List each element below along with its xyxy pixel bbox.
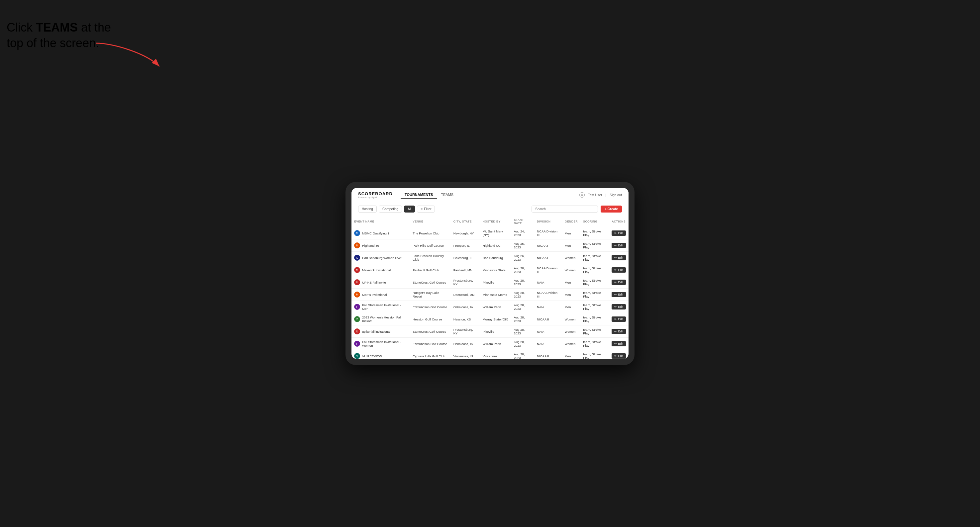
- nav-links: TOURNAMENTS TEAMS: [401, 191, 457, 198]
- edit-button[interactable]: ✏ Edit: [612, 267, 626, 273]
- col-city-state: CITY, STATE: [451, 216, 480, 227]
- cell-gender: Men: [562, 240, 581, 252]
- table-row: C Carl Sandburg Women FA23 Lake Bracken …: [352, 252, 628, 264]
- username: Test User: [588, 193, 602, 197]
- cell-venue: Edmundson Golf Course: [410, 338, 450, 350]
- tablet-screen: SCOREBOARD Powered by clippit TOURNAMENT…: [352, 188, 628, 359]
- cell-hosted-by: Vincennes: [480, 350, 511, 359]
- nav-teams[interactable]: TEAMS: [437, 191, 457, 198]
- cell-scoring: team, Stroke Play: [581, 338, 609, 350]
- cell-gender: Women: [562, 338, 581, 350]
- cell-division: NCAA Division II: [534, 264, 562, 276]
- cell-hosted-by: Pikeville: [480, 325, 511, 338]
- event-name-text: UPIKE Fall Invite: [362, 281, 386, 284]
- tab-competing[interactable]: Competing: [379, 206, 402, 213]
- table-row: U UPIKE Fall Invite StoneCrest Golf Cour…: [352, 276, 628, 289]
- tournaments-table: EVENT NAME VENUE CITY, STATE HOSTED BY S…: [352, 216, 628, 359]
- cell-start-date: Aug 28, 2023: [511, 264, 534, 276]
- edit-button[interactable]: ✏ Edit: [612, 279, 626, 285]
- tab-all[interactable]: All: [404, 206, 415, 213]
- cell-start-date: Aug 28, 2023: [511, 350, 534, 359]
- event-name-text: VU PREVIEW: [362, 354, 382, 358]
- cell-city-state: Galesburg, IL: [451, 252, 480, 264]
- cell-event-name: H Highland 36: [352, 240, 410, 252]
- cell-start-date: Aug 28, 2023: [511, 313, 534, 325]
- cell-division: NICAA II: [534, 313, 562, 325]
- edit-button[interactable]: ✏ Edit: [612, 329, 626, 334]
- event-icon: M: [354, 267, 360, 273]
- cell-scoring: team, Stroke Play: [581, 240, 609, 252]
- table-container[interactable]: EVENT NAME VENUE CITY, STATE HOSTED BY S…: [352, 216, 628, 359]
- cell-city-state: Vincennes, IN: [451, 350, 480, 359]
- cell-actions: ✏ Edit: [609, 252, 628, 264]
- cell-actions: ✏ Edit: [609, 313, 628, 325]
- cell-division: NAIA: [534, 325, 562, 338]
- cell-venue: Park Hills Golf Course: [410, 240, 450, 252]
- cell-hosted-by: Minnesota State: [480, 264, 511, 276]
- filter-button[interactable]: ≡ Filter: [417, 206, 435, 213]
- table-header: EVENT NAME VENUE CITY, STATE HOSTED BY S…: [352, 216, 628, 227]
- cell-hosted-by: Minnesota-Morris: [480, 289, 511, 301]
- cell-gender: Women: [562, 325, 581, 338]
- table-row: H Highland 36 Park Hills Golf Course Fre…: [352, 240, 628, 252]
- nav-tournaments[interactable]: TOURNAMENTS: [401, 191, 437, 198]
- cell-hosted-by: Pikeville: [480, 276, 511, 289]
- edit-icon: ✏: [614, 330, 617, 333]
- table-body: M MSMC Qualifying 1 The Powelton Club Ne…: [352, 227, 628, 359]
- edit-button[interactable]: ✏ Edit: [612, 292, 626, 297]
- tablet-frame: SCOREBOARD Powered by clippit TOURNAMENT…: [345, 182, 635, 365]
- event-icon: M: [354, 292, 360, 298]
- edit-icon: ✏: [614, 317, 617, 321]
- cell-start-date: Aug 28, 2023: [511, 276, 534, 289]
- cell-gender: Men: [562, 289, 581, 301]
- cell-city-state: Hesston, KS: [451, 313, 480, 325]
- tab-hosting[interactable]: Hosting: [358, 206, 377, 213]
- edit-button[interactable]: ✏ Edit: [612, 255, 626, 260]
- cell-scoring: team, Stroke Play: [581, 289, 609, 301]
- cell-gender: Men: [562, 301, 581, 313]
- edit-button[interactable]: ✏ Edit: [612, 353, 626, 359]
- cell-actions: ✏ Edit: [609, 227, 628, 240]
- edit-icon: ✏: [614, 256, 617, 259]
- cell-scoring: team, Stroke Play: [581, 325, 609, 338]
- col-division: DIVISION: [534, 216, 562, 227]
- search-input[interactable]: [531, 206, 598, 213]
- signout-link[interactable]: Sign out: [609, 193, 622, 197]
- cell-hosted-by: Murray State (OK): [480, 313, 511, 325]
- edit-icon: ✏: [614, 281, 617, 284]
- edit-button[interactable]: ✏ Edit: [612, 243, 626, 248]
- event-icon: F: [354, 304, 360, 310]
- event-name-text: Maverick Invitational: [362, 268, 391, 272]
- settings-icon[interactable]: ⚙: [579, 192, 585, 198]
- edit-icon: ✏: [614, 293, 617, 296]
- col-venue: VENUE: [410, 216, 450, 227]
- cell-event-name: C Carl Sandburg Women FA23: [352, 252, 410, 264]
- table-row: M Morris Invitational Ruttger's Bay Lake…: [352, 289, 628, 301]
- edit-button[interactable]: ✏ Edit: [612, 341, 626, 346]
- cell-event-name: V VU PREVIEW: [352, 350, 410, 359]
- filter-icon: ≡: [420, 207, 423, 211]
- cell-division: NICAA I: [534, 240, 562, 252]
- table-row: M Maverick Invitational Faribault Golf C…: [352, 264, 628, 276]
- edit-icon: ✏: [614, 342, 617, 345]
- event-icon: V: [354, 353, 360, 359]
- edit-button[interactable]: ✏ Edit: [612, 304, 626, 310]
- cell-start-date: Aug 28, 2023: [511, 325, 534, 338]
- edit-button[interactable]: ✏ Edit: [612, 230, 626, 236]
- table-row: U upike fall invitational StoneCrest Gol…: [352, 325, 628, 338]
- cell-actions: ✏ Edit: [609, 240, 628, 252]
- cell-hosted-by: William Penn: [480, 301, 511, 313]
- logo-area: SCOREBOARD Powered by clippit: [358, 191, 393, 198]
- event-icon: H: [354, 243, 360, 248]
- cell-scoring: team, Stroke Play: [581, 252, 609, 264]
- cell-division: NAIA: [534, 276, 562, 289]
- cell-event-name: M Morris Invitational: [352, 289, 410, 301]
- event-icon: U: [354, 329, 360, 334]
- edit-button[interactable]: ✏ Edit: [612, 316, 626, 322]
- cell-city-state: Prestonsburg, KY: [451, 325, 480, 338]
- cell-gender: Men: [562, 350, 581, 359]
- annotation-text: Click TEAMS at thetop of the screen.: [6, 20, 111, 51]
- cell-venue: The Powelton Club: [410, 227, 450, 240]
- cell-city-state: Prestonsburg, KY: [451, 276, 480, 289]
- create-button[interactable]: + Create: [601, 206, 622, 213]
